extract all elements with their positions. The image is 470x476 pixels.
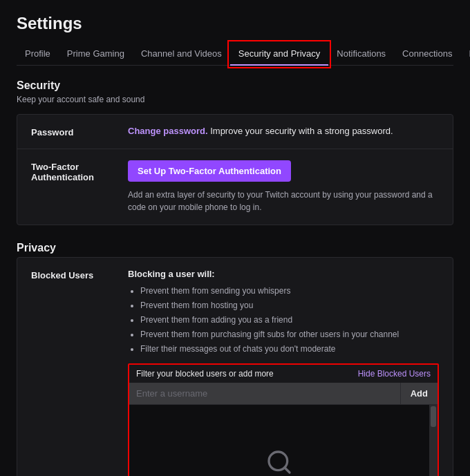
blocked-users-content: Blocking a user will: Prevent them from … (128, 269, 439, 476)
filter-box: Filter your blocked users or add more Hi… (128, 363, 439, 476)
password-content: Change password. Improve your security w… (128, 126, 439, 136)
add-user-button[interactable]: Add (400, 383, 438, 404)
page-title: Settings (17, 14, 453, 33)
username-input-row: Add (129, 383, 438, 405)
two-fa-row: Two-Factor Authentication Set Up Two-Fac… (17, 149, 453, 225)
username-input[interactable] (129, 383, 400, 404)
search-icon (265, 448, 293, 476)
filter-label: Filter your blocked users or add more (136, 369, 274, 379)
password-row: Password Change password. Improve your s… (17, 115, 453, 149)
privacy-section-title: Privacy (17, 242, 453, 254)
list-item: Prevent them from hosting you (140, 299, 439, 312)
security-section-title: Security (17, 79, 453, 92)
vertical-scrollbar[interactable] (429, 405, 438, 476)
scroll-thumb-vertical (431, 406, 436, 427)
empty-list-area: You haven't added any users to this list… (129, 405, 429, 476)
filter-header: Filter your blocked users or add more Hi… (129, 365, 438, 383)
security-card: Password Change password. Improve your s… (17, 114, 453, 225)
two-fa-description: Add an extra layer of security to your T… (128, 189, 439, 213)
tab-connections[interactable]: Connections (394, 43, 460, 66)
tab-profile[interactable]: Profile (17, 43, 59, 66)
list-item: Prevent them from adding you as a friend (140, 314, 439, 326)
empty-list-wrapper: You haven't added any users to this list… (129, 405, 438, 476)
settings-page: Settings Profile Prime Gaming Channel an… (0, 0, 470, 476)
tab-security-and-privacy[interactable]: Security and Privacy (230, 43, 329, 66)
setup-two-fa-button[interactable]: Set Up Two-Factor Authentication (128, 160, 291, 182)
list-item: Filter their messages out of chats you d… (140, 343, 439, 355)
tab-recommendations[interactable]: Recommendations (460, 43, 470, 66)
privacy-card: Blocked Users Blocking a user will: Prev… (17, 257, 453, 476)
security-section-subtitle: Keep your account safe and sound (17, 95, 453, 104)
password-label: Password (31, 126, 128, 137)
change-password-desc: Improve your security with a strong pass… (208, 126, 393, 136)
blocking-title: Blocking a user will: (128, 269, 439, 279)
settings-nav: Profile Prime Gaming Channel and Videos … (17, 43, 453, 66)
two-fa-content: Set Up Two-Factor Authentication Add an … (128, 160, 439, 213)
tab-notifications[interactable]: Notifications (328, 43, 394, 66)
svg-line-1 (285, 468, 290, 473)
hide-blocked-users-link[interactable]: Hide Blocked Users (358, 369, 431, 379)
list-item: Prevent them from sending you whispers (140, 285, 439, 297)
blocked-users-label: Blocked Users (31, 269, 128, 280)
two-fa-label: Two-Factor Authentication (31, 160, 128, 182)
blocked-users-row: Blocked Users Blocking a user will: Prev… (17, 258, 453, 476)
list-item: Prevent them from purchasing gift subs f… (140, 328, 439, 341)
tab-prime-gaming[interactable]: Prime Gaming (59, 43, 133, 66)
change-password-link[interactable]: Change password. (128, 126, 208, 136)
tab-channel-and-videos[interactable]: Channel and Videos (133, 43, 230, 66)
blocking-effects-list: Prevent them from sending you whispers P… (128, 285, 439, 355)
